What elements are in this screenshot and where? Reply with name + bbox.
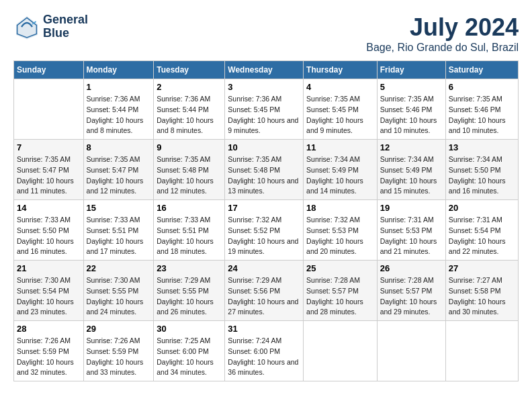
calendar-cell (445, 321, 518, 381)
col-header-tuesday: Tuesday (154, 61, 225, 79)
calendar-cell: 7Sunrise: 7:35 AMSunset: 5:47 PMDaylight… (14, 140, 84, 200)
cell-info: Sunrise: 7:34 AMSunset: 5:49 PMDaylight:… (380, 154, 443, 197)
day-number: 19 (380, 203, 443, 213)
cell-info: Sunrise: 7:29 AMSunset: 5:55 PMDaylight:… (157, 275, 222, 318)
cell-info: Sunrise: 7:33 AMSunset: 5:50 PMDaylight:… (17, 215, 81, 257)
cell-info: Sunrise: 7:28 AMSunset: 5:57 PMDaylight:… (380, 275, 443, 318)
day-number: 2 (157, 82, 222, 92)
cell-info: Sunrise: 7:34 AMSunset: 5:49 PMDaylight:… (306, 154, 374, 197)
calendar-cell: 11Sunrise: 7:34 AMSunset: 5:49 PMDayligh… (304, 140, 378, 200)
logo-text: General Blue (43, 13, 88, 40)
day-number: 3 (228, 82, 300, 92)
week-row-4: 21Sunrise: 7:30 AMSunset: 5:54 PMDayligh… (14, 261, 519, 321)
day-number: 29 (87, 324, 151, 334)
day-number: 5 (380, 82, 443, 92)
week-row-1: 1Sunrise: 7:36 AMSunset: 5:44 PMDaylight… (14, 79, 519, 140)
calendar-cell: 26Sunrise: 7:28 AMSunset: 5:57 PMDayligh… (377, 261, 445, 321)
day-number: 1 (87, 82, 151, 92)
cell-info: Sunrise: 7:31 AMSunset: 5:53 PMDaylight:… (380, 215, 443, 257)
cell-info: Sunrise: 7:36 AMSunset: 5:44 PMDaylight:… (157, 94, 222, 136)
calendar-cell: 14Sunrise: 7:33 AMSunset: 5:50 PMDayligh… (14, 200, 84, 261)
header-row: SundayMondayTuesdayWednesdayThursdayFrid… (14, 61, 519, 79)
day-number: 10 (228, 142, 300, 152)
cell-info: Sunrise: 7:33 AMSunset: 5:51 PMDaylight:… (87, 215, 151, 257)
cell-info: Sunrise: 7:26 AMSunset: 5:59 PMDaylight:… (17, 336, 81, 378)
cell-info: Sunrise: 7:24 AMSunset: 6:00 PMDaylight:… (228, 336, 300, 378)
calendar-cell: 5Sunrise: 7:35 AMSunset: 5:46 PMDaylight… (377, 79, 445, 140)
col-header-sunday: Sunday (14, 61, 84, 79)
calendar-cell: 18Sunrise: 7:32 AMSunset: 5:53 PMDayligh… (304, 200, 378, 261)
cell-info: Sunrise: 7:35 AMSunset: 5:46 PMDaylight:… (449, 94, 515, 136)
cell-info: Sunrise: 7:36 AMSunset: 5:45 PMDaylight:… (228, 94, 300, 136)
day-number: 16 (157, 203, 222, 213)
calendar-cell: 6Sunrise: 7:35 AMSunset: 5:46 PMDaylight… (445, 79, 518, 140)
calendar-cell: 27Sunrise: 7:27 AMSunset: 5:58 PMDayligh… (445, 261, 518, 321)
day-number: 23 (157, 263, 222, 273)
cell-info: Sunrise: 7:36 AMSunset: 5:44 PMDaylight:… (87, 94, 151, 136)
calendar-cell: 4Sunrise: 7:35 AMSunset: 5:45 PMDaylight… (304, 79, 378, 140)
calendar-cell (14, 79, 84, 140)
calendar-cell: 21Sunrise: 7:30 AMSunset: 5:54 PMDayligh… (14, 261, 84, 321)
calendar-cell: 1Sunrise: 7:36 AMSunset: 5:44 PMDaylight… (83, 79, 154, 140)
day-number: 14 (17, 203, 81, 213)
calendar-cell: 3Sunrise: 7:36 AMSunset: 5:45 PMDaylight… (225, 79, 304, 140)
cell-info: Sunrise: 7:35 AMSunset: 5:48 PMDaylight:… (157, 154, 222, 197)
calendar-cell (304, 321, 378, 381)
cell-info: Sunrise: 7:30 AMSunset: 5:54 PMDaylight:… (17, 275, 81, 318)
day-number: 9 (157, 142, 222, 152)
day-number: 22 (87, 263, 151, 273)
day-number: 4 (306, 82, 374, 92)
day-number: 17 (228, 203, 300, 213)
day-number: 20 (449, 203, 515, 213)
cell-info: Sunrise: 7:28 AMSunset: 5:57 PMDaylight:… (306, 275, 374, 318)
cell-info: Sunrise: 7:33 AMSunset: 5:51 PMDaylight:… (157, 215, 222, 257)
cell-info: Sunrise: 7:35 AMSunset: 5:47 PMDaylight:… (17, 154, 81, 197)
cell-info: Sunrise: 7:29 AMSunset: 5:56 PMDaylight:… (228, 275, 300, 318)
cell-info: Sunrise: 7:35 AMSunset: 5:47 PMDaylight:… (87, 154, 151, 197)
calendar-cell: 30Sunrise: 7:25 AMSunset: 6:00 PMDayligh… (154, 321, 225, 381)
day-number: 7 (17, 142, 81, 152)
day-number: 27 (449, 263, 515, 273)
cell-info: Sunrise: 7:26 AMSunset: 5:59 PMDaylight:… (87, 336, 151, 378)
day-number: 26 (380, 263, 443, 273)
cell-info: Sunrise: 7:35 AMSunset: 5:46 PMDaylight:… (380, 94, 443, 136)
logo-line1: General (43, 13, 88, 27)
calendar-cell: 24Sunrise: 7:29 AMSunset: 5:56 PMDayligh… (225, 261, 304, 321)
day-number: 11 (306, 142, 374, 152)
logo-line2: Blue (43, 27, 88, 40)
cell-info: Sunrise: 7:32 AMSunset: 5:53 PMDaylight:… (306, 215, 374, 257)
calendar-cell: 31Sunrise: 7:24 AMSunset: 6:00 PMDayligh… (225, 321, 304, 381)
calendar-table: SundayMondayTuesdayWednesdayThursdayFrid… (13, 60, 519, 381)
main-title: July 2024 (366, 13, 519, 42)
logo: General Blue (13, 13, 88, 40)
week-row-5: 28Sunrise: 7:26 AMSunset: 5:59 PMDayligh… (14, 321, 519, 381)
title-section: July 2024 Bage, Rio Grande do Sul, Brazi… (366, 13, 519, 54)
cell-info: Sunrise: 7:31 AMSunset: 5:54 PMDaylight:… (449, 215, 515, 257)
subtitle: Bage, Rio Grande do Sul, Brazil (366, 42, 519, 54)
calendar-cell: 8Sunrise: 7:35 AMSunset: 5:47 PMDaylight… (83, 140, 154, 200)
cell-info: Sunrise: 7:25 AMSunset: 6:00 PMDaylight:… (157, 336, 222, 378)
col-header-monday: Monday (83, 61, 154, 79)
day-number: 21 (17, 263, 81, 273)
logo-icon (13, 13, 40, 40)
col-header-thursday: Thursday (304, 61, 378, 79)
calendar-cell (377, 321, 445, 381)
calendar-cell: 9Sunrise: 7:35 AMSunset: 5:48 PMDaylight… (154, 140, 225, 200)
calendar-cell: 16Sunrise: 7:33 AMSunset: 5:51 PMDayligh… (154, 200, 225, 261)
cell-info: Sunrise: 7:35 AMSunset: 5:48 PMDaylight:… (228, 154, 300, 197)
calendar-cell: 19Sunrise: 7:31 AMSunset: 5:53 PMDayligh… (377, 200, 445, 261)
day-number: 8 (87, 142, 151, 152)
cell-info: Sunrise: 7:34 AMSunset: 5:50 PMDaylight:… (449, 154, 515, 197)
day-number: 25 (306, 263, 374, 273)
day-number: 15 (87, 203, 151, 213)
day-number: 6 (449, 82, 515, 92)
col-header-wednesday: Wednesday (225, 61, 304, 79)
cell-info: Sunrise: 7:35 AMSunset: 5:45 PMDaylight:… (306, 94, 374, 136)
calendar-cell: 28Sunrise: 7:26 AMSunset: 5:59 PMDayligh… (14, 321, 84, 381)
cell-info: Sunrise: 7:27 AMSunset: 5:58 PMDaylight:… (449, 275, 515, 318)
day-number: 31 (228, 324, 300, 334)
calendar-cell: 20Sunrise: 7:31 AMSunset: 5:54 PMDayligh… (445, 200, 518, 261)
day-number: 12 (380, 142, 443, 152)
day-number: 18 (306, 203, 374, 213)
cell-info: Sunrise: 7:30 AMSunset: 5:55 PMDaylight:… (87, 275, 151, 318)
